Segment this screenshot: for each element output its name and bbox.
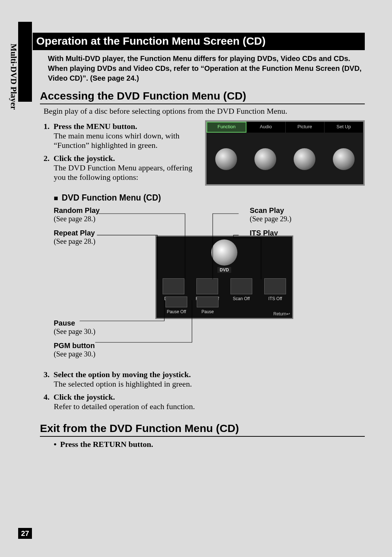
section-heading-exit: Exit from the DVD Function Menu (CD)	[40, 422, 365, 437]
disc-icon	[211, 239, 237, 266]
callout-repeat-play: Repeat Play (See page 28.)	[54, 229, 95, 246]
opt-pause-off: Pause Off	[164, 296, 189, 314]
return-indicator: Return↩	[273, 311, 290, 316]
callout-random-play: Random Play (See page 28.)	[54, 206, 100, 223]
menu-tab-setup: Set Up	[324, 122, 363, 133]
menu-tab-function: Function	[207, 122, 246, 133]
wrench-icon	[215, 148, 237, 170]
disc-icon	[254, 148, 276, 170]
page-number: 27	[18, 528, 32, 539]
menu-tab-audio: Audio	[246, 122, 285, 133]
subheader-dvd-function-menu: DVD Function Menu (CD)	[54, 193, 365, 203]
callout-pause: Pause (See page 30.)	[54, 319, 95, 336]
main-menu-screenshot: Function Audio Picture Set Up	[205, 120, 365, 186]
monitor-icon	[294, 148, 315, 170]
gears-icon	[333, 148, 355, 170]
menu-tab-picture: Picture	[286, 122, 324, 133]
manual-page: Multi-DVD Player Operation at the Functi…	[0, 0, 392, 557]
step-3: 3. Select the option by moving the joyst…	[44, 370, 365, 389]
step-1: 1. Press the MENU button. The main menu …	[44, 122, 197, 150]
page-title-banner: Operation at the Function Menu Screen (C…	[33, 33, 365, 50]
callout-pgm-button: PGM button (See page 30.)	[54, 342, 95, 358]
step-4: 4. Click the joystick. Refer to detailed…	[44, 392, 365, 411]
intro-text: With Multi-DVD player, the Function Menu…	[48, 54, 365, 83]
section-lead: Begin play of a disc before selecting op…	[44, 106, 365, 116]
callout-scan-play: Scan Play (See page 29.)	[250, 206, 291, 223]
step-2: 2. Click the joystick. The DVD Function …	[44, 154, 197, 182]
section-tab	[18, 22, 32, 102]
opt-pause: Pause	[195, 296, 220, 314]
function-menu-screenshot: DVD Disc RPT Random Off Scan Off ITS Off…	[155, 235, 293, 319]
exit-instruction: Press the RETURN button.	[54, 440, 365, 449]
section-heading-accessing: Accessing the DVD Function Menu (CD)	[40, 90, 365, 104]
function-menu-diagram: Random Play (See page 28.) Repeat Play (…	[54, 206, 365, 366]
section-tab-label: Multi-DVD Player	[9, 44, 18, 110]
